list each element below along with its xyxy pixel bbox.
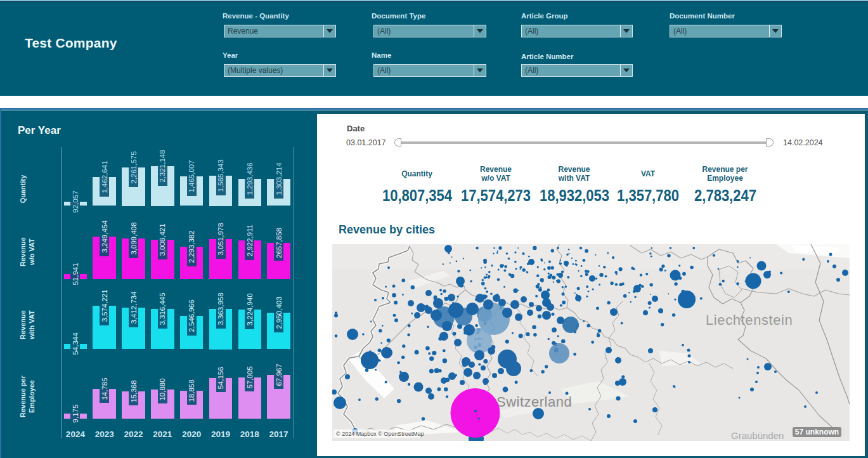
svg-text:Switzerland: Switzerland [496,394,572,410]
svg-text:57 unknown: 57 unknown [795,428,839,436]
svg-text:© 2024 Mapbox © OpenStreetMap: © 2024 Mapbox © OpenStreetMap [336,431,424,437]
svg-text:Liechtenstein: Liechtenstein [706,312,793,328]
svg-text:Graubünden: Graubünden [731,430,784,441]
